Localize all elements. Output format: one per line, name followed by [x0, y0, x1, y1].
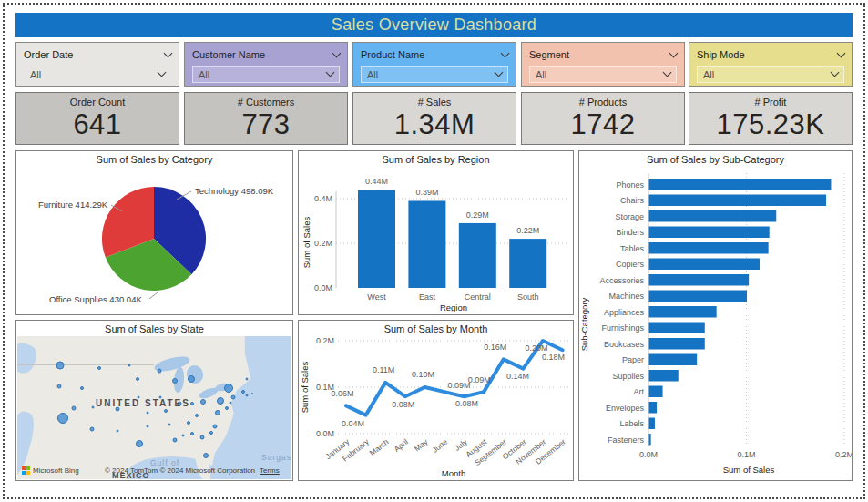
- bar-tables[interactable]: [649, 242, 769, 254]
- state-sales-bubble[interactable]: [158, 369, 162, 374]
- point-data-label: 0.08M: [455, 399, 478, 408]
- state-sales-bubble[interactable]: [246, 378, 249, 381]
- state-sales-bubble[interactable]: [200, 435, 205, 440]
- state-sales-bubble[interactable]: [173, 438, 178, 443]
- filter-dropdown[interactable]: All: [192, 66, 340, 83]
- bar-west[interactable]: [358, 190, 395, 288]
- bing-logo-icon: [22, 466, 30, 475]
- kpi-value: 1742: [522, 108, 684, 141]
- category-label: Fasteners: [608, 435, 645, 445]
- bar-chairs[interactable]: [649, 195, 827, 207]
- state-sales-bubble[interactable]: [97, 366, 101, 370]
- bing-logo: Microsoft Bing: [22, 466, 79, 475]
- bar-envelopes[interactable]: [649, 402, 658, 414]
- bing-map[interactable]: UNITED STATES Gulf of MEXICO Sargass © 2…: [17, 336, 291, 479]
- state-sales-bubble[interactable]: [117, 430, 119, 433]
- state-sales-bubble[interactable]: [57, 413, 68, 424]
- state-sales-bubble[interactable]: [168, 424, 171, 426]
- state-sales-bubble[interactable]: [147, 412, 149, 415]
- y-axis-tick: 0.2M: [316, 336, 334, 345]
- bar-fasteners[interactable]: [649, 434, 651, 446]
- x-axis-tick: 0.2M: [835, 450, 852, 459]
- page-title: Sales Overview Dashboard: [332, 15, 536, 35]
- filter-customer-name: Customer Name All: [184, 42, 348, 87]
- filter-dropdown[interactable]: All: [361, 66, 508, 83]
- state-sales-bubble[interactable]: [187, 421, 190, 425]
- state-sales-bubble[interactable]: [80, 386, 84, 390]
- bar-accessories[interactable]: [649, 274, 750, 286]
- bar-furnishings[interactable]: [649, 323, 705, 334]
- bar-labels[interactable]: [649, 418, 655, 430]
- state-sales-bubble[interactable]: [136, 440, 143, 447]
- filter-dropdown[interactable]: All: [24, 66, 171, 83]
- state-sales-bubble[interactable]: [217, 397, 224, 405]
- state-sales-bubble[interactable]: [215, 410, 220, 415]
- state-sales-bubble[interactable]: [172, 378, 178, 384]
- y-axis-tick: 0.4M: [314, 194, 332, 203]
- bar-central[interactable]: [459, 223, 496, 288]
- pie-label-leader-line: [149, 292, 158, 299]
- state-sales-bubble[interactable]: [200, 399, 206, 405]
- chevron-down-icon[interactable]: [837, 48, 846, 57]
- filter-dropdown[interactable]: All: [697, 66, 844, 83]
- state-sales-bubble[interactable]: [136, 377, 139, 381]
- bar-south[interactable]: [509, 239, 546, 288]
- point-data-label: 0.04M: [342, 419, 364, 428]
- state-sales-bubble[interactable]: [90, 427, 95, 432]
- bar-bookcases[interactable]: [649, 338, 705, 350]
- bar-machines[interactable]: [649, 291, 748, 302]
- point-data-label: 0.08M: [392, 400, 414, 409]
- filter-label: Segment: [529, 49, 569, 60]
- chart-title: Sum of Sales by Sub-Category: [579, 154, 852, 165]
- state-sales-bubble[interactable]: [188, 375, 195, 383]
- bar-paper[interactable]: [649, 354, 698, 366]
- state-sales-bubble[interactable]: [190, 432, 194, 435]
- bar-art[interactable]: [649, 386, 663, 398]
- state-sales-bubble[interactable]: [92, 406, 95, 409]
- bar-copiers[interactable]: [649, 259, 760, 271]
- state-sales-bubble[interactable]: [241, 390, 245, 394]
- line-chart-canvas: 0.0M0.1M0.2M0.06M0.04M0.11M0.08M0.10M0.0…: [299, 321, 573, 480]
- map-terms-link[interactable]: Terms: [260, 466, 280, 475]
- pie-data-label: Technology 498.09K: [195, 186, 274, 196]
- chevron-down-icon[interactable]: [332, 48, 342, 57]
- state-sales-bubble[interactable]: [57, 384, 62, 389]
- state-sales-bubble[interactable]: [195, 414, 199, 417]
- x-axis-title: Month: [442, 468, 465, 478]
- chart-title: Sum of Sales by Month: [299, 323, 573, 334]
- map-label-sargasso: Sargass: [261, 453, 291, 462]
- state-sales-bubble[interactable]: [72, 406, 77, 411]
- state-sales-bubble[interactable]: [246, 394, 249, 397]
- bar-binders[interactable]: [649, 227, 770, 239]
- category-label: Supplies: [612, 372, 644, 381]
- y-axis-tick: 0.0M: [316, 429, 334, 438]
- chevron-down-icon[interactable]: [164, 48, 173, 57]
- filter-dropdown[interactable]: All: [529, 66, 677, 83]
- state-sales-bubble[interactable]: [164, 409, 168, 413]
- bar-east[interactable]: [408, 200, 445, 288]
- bar-storage[interactable]: [649, 210, 777, 222]
- chevron-down-icon[interactable]: [669, 48, 679, 57]
- state-sales-bubble[interactable]: [147, 425, 149, 428]
- state-sales-bubble[interactable]: [251, 393, 253, 394]
- category-label: Chairs: [620, 196, 645, 205]
- chevron-down-icon[interactable]: [501, 48, 510, 57]
- state-sales-bubble[interactable]: [225, 406, 229, 410]
- x-axis-tick: March: [368, 437, 391, 458]
- state-sales-bubble[interactable]: [203, 453, 209, 458]
- state-sales-bubble[interactable]: [213, 425, 218, 429]
- bar-phones[interactable]: [649, 179, 832, 190]
- bar-appliances[interactable]: [649, 306, 717, 318]
- state-sales-bubble[interactable]: [128, 364, 131, 367]
- state-sales-bubble[interactable]: [209, 431, 213, 435]
- x-axis-tick: 0.1M: [737, 450, 755, 459]
- state-sales-bubble[interactable]: [231, 395, 236, 400]
- state-sales-bubble[interactable]: [182, 435, 185, 437]
- state-sales-bubble[interactable]: [230, 402, 232, 405]
- state-sales-bubble[interactable]: [56, 362, 65, 370]
- state-sales-bubble[interactable]: [190, 402, 194, 405]
- x-axis-tick: April: [392, 437, 410, 454]
- bar-supplies[interactable]: [649, 370, 679, 382]
- state-sales-bubble[interactable]: [224, 384, 233, 393]
- filter-product-name: Product Name All: [352, 42, 516, 87]
